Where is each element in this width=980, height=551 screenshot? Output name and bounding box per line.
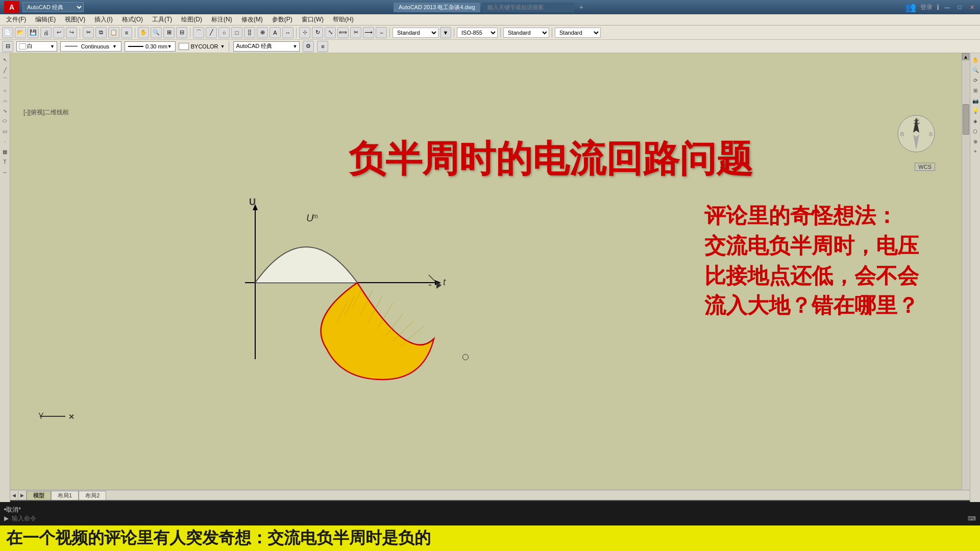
matchprop-btn[interactable]: ≡	[121, 27, 132, 38]
rect-btn[interactable]: □	[231, 27, 242, 38]
plot-style-select[interactable]: Standard	[503, 28, 549, 38]
text-tool[interactable]: T	[1, 157, 10, 166]
menu-view[interactable]: 视图(V)	[61, 15, 89, 24]
text-style-btn[interactable]: ▼	[440, 27, 451, 38]
block-btn[interactable]: ⊕	[257, 27, 268, 38]
zoom-btn[interactable]: 🔍	[151, 27, 162, 38]
info-icon[interactable]: ℹ	[937, 3, 939, 11]
style-dropdown-arrow[interactable]: ▼	[293, 44, 298, 49]
point-tool[interactable]: ·	[1, 137, 10, 146]
polyline-tool[interactable]: ⌒	[1, 76, 10, 85]
tab-model[interactable]: 模型	[27, 491, 51, 500]
line-btn[interactable]: ╱	[206, 27, 217, 38]
dim-btn[interactable]: ↔	[282, 27, 293, 38]
style-extra-btn[interactable]: ≡	[317, 41, 328, 52]
scrollbar-vertical[interactable]: ▲ ▼	[962, 53, 970, 499]
plot-btn[interactable]: 🖨	[40, 27, 52, 38]
tab-next-btn[interactable]: ▶	[18, 491, 27, 500]
style-select-box[interactable]: AutoCAD 经典 ▼	[233, 41, 300, 52]
zoom-window[interactable]: ⊞	[163, 27, 175, 38]
attdef-btn[interactable]: A	[270, 27, 281, 38]
copy-btn[interactable]: ⧉	[95, 27, 107, 38]
move-gizmo-btn[interactable]: ⊕	[971, 137, 980, 146]
materials-btn[interactable]: ⬡	[971, 127, 980, 136]
new-btn[interactable]: 📄	[2, 27, 13, 38]
scale-btn[interactable]: ⤡	[325, 27, 336, 38]
undo-btn[interactable]: ↩	[53, 27, 64, 38]
menu-window[interactable]: 窗口(W)	[298, 15, 328, 24]
fillet-btn[interactable]: ⌣	[376, 27, 387, 38]
menu-tools[interactable]: 工具(T)	[148, 15, 176, 24]
scroll-up-btn[interactable]: ▲	[962, 53, 969, 60]
save-btn[interactable]: 💾	[28, 27, 39, 38]
move-btn[interactable]: ⊹	[299, 27, 310, 38]
app-dropdown[interactable]: AutoCAD 经典	[22, 2, 84, 12]
ucs-btn[interactable]: ⌖	[971, 147, 980, 156]
linetype-scale-select[interactable]: ISO-855	[457, 28, 498, 38]
linetype-box[interactable]: Continuous ▼	[60, 41, 121, 52]
render-btn[interactable]: ◈	[971, 116, 980, 126]
select-tool[interactable]: ↖	[1, 55, 10, 64]
maximize-button[interactable]: □	[955, 4, 964, 11]
scroll-thumb-v[interactable]	[963, 104, 969, 135]
view3d-btn[interactable]: ⊞	[971, 86, 980, 95]
hatch-tool[interactable]: ▦	[1, 147, 10, 156]
search-tab[interactable]: 输入关键字或短语搜索	[482, 3, 574, 12]
menu-help[interactable]: 帮助(H)	[329, 15, 358, 24]
rect-tool[interactable]: ▭	[1, 127, 10, 136]
circle-tool[interactable]: ○	[1, 86, 10, 95]
open-btn[interactable]: 📂	[15, 27, 26, 38]
login-label[interactable]: 登录	[920, 3, 933, 12]
color-dropdown-arrow[interactable]: ▼	[220, 44, 225, 49]
layer-select-box[interactable]: 白 ▼	[16, 41, 57, 52]
spline-tool[interactable]: ∿	[1, 106, 10, 115]
mirror-btn[interactable]: ⟺	[337, 27, 349, 38]
lineweight-box[interactable]: 0.30 mm ▼	[125, 41, 176, 52]
zoom-prev[interactable]: ⊟	[176, 27, 187, 38]
rotate-btn[interactable]: ↻	[312, 27, 323, 38]
line-tool[interactable]: ╱	[1, 65, 10, 74]
add-tab-icon[interactable]: +	[576, 3, 586, 11]
minimize-button[interactable]: —	[943, 4, 951, 11]
trim-btn[interactable]: ✂	[350, 27, 361, 38]
tab-layout1[interactable]: 布局1	[51, 491, 79, 500]
close-x-button[interactable]: ✕	[68, 413, 75, 421]
named-style-select[interactable]: Standard	[555, 28, 601, 38]
canvas-area[interactable]: [-][俯视]二维线框 负半周时的电流回路问题 北 东 西 WCS	[10, 53, 970, 500]
layer-dropdown-arrow[interactable]: ▼	[50, 44, 55, 49]
menu-edit[interactable]: 编辑(E)	[31, 15, 60, 24]
arc-btn[interactable]: ⌒	[193, 27, 204, 38]
menu-annotate[interactable]: 标注(N)	[207, 15, 236, 24]
hatch-btn[interactable]: ⣿	[244, 27, 255, 38]
pan-btn[interactable]: ✋	[138, 27, 149, 38]
tab-prev-btn[interactable]: ◀	[10, 491, 18, 500]
menu-param[interactable]: 参数(P)	[268, 15, 297, 24]
close-button[interactable]: ✕	[968, 4, 976, 11]
circle-btn[interactable]: ○	[218, 27, 230, 38]
menu-format[interactable]: 格式(O)	[118, 15, 147, 24]
tab-dwg[interactable]: AutoCAD 2013 电工杂谈4.dwg	[394, 3, 480, 12]
menu-insert[interactable]: 插入(I)	[90, 15, 116, 24]
text-style-select[interactable]: Standard	[393, 28, 438, 38]
light-btn[interactable]: 💡	[971, 106, 980, 115]
cut-btn[interactable]: ✂	[83, 27, 94, 38]
command-input[interactable]	[12, 515, 965, 522]
zoom-right-btn[interactable]: 🔍	[971, 65, 980, 74]
menu-file[interactable]: 文件(F)	[2, 15, 30, 24]
pan-right-btn[interactable]: ✋	[971, 55, 980, 64]
ellipse-tool[interactable]: ⬭	[1, 116, 10, 126]
dim-tool[interactable]: ↔	[1, 167, 10, 177]
arc-tool[interactable]: ⌓	[1, 96, 10, 105]
menu-modify[interactable]: 修改(M)	[237, 15, 267, 24]
menu-draw[interactable]: 绘图(D)	[177, 15, 206, 24]
extend-btn[interactable]: ⟶	[363, 27, 374, 38]
layer-state-btn[interactable]: ⊟	[2, 41, 13, 52]
lineweight-dropdown-arrow[interactable]: ▼	[167, 44, 172, 49]
redo-btn[interactable]: ↪	[66, 27, 77, 38]
linetype-dropdown-arrow[interactable]: ▼	[112, 44, 117, 49]
paste-btn[interactable]: 📋	[108, 27, 119, 38]
users-icon[interactable]: 👥	[905, 2, 916, 13]
orbit-btn[interactable]: ⟳	[971, 76, 980, 85]
tab-layout2[interactable]: 布局2	[79, 491, 106, 500]
style-settings-btn[interactable]: ⚙	[303, 41, 314, 52]
